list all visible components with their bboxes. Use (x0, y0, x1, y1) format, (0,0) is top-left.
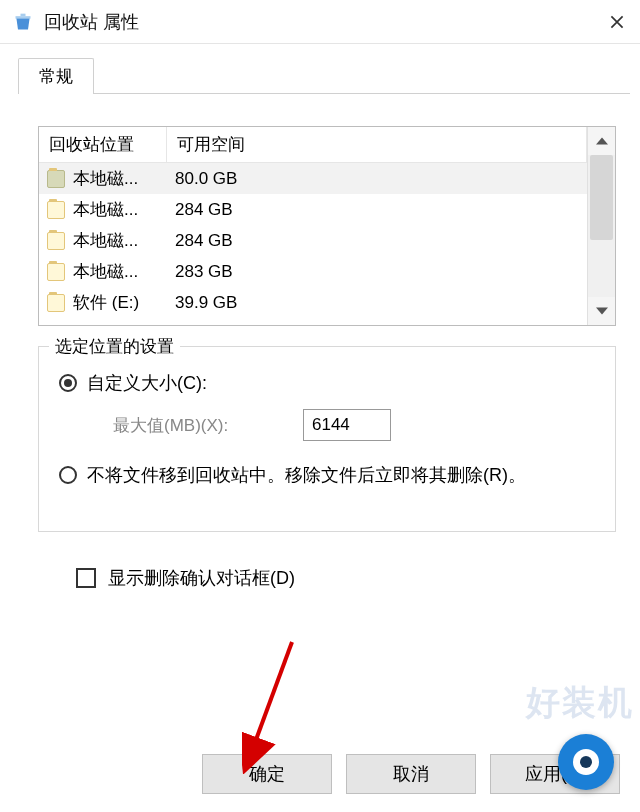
radio-no-recycle[interactable]: 不将文件移到回收站中。移除文件后立即将其删除(R)。 (59, 463, 597, 487)
folder-icon (47, 201, 65, 219)
tab-general[interactable]: 常规 (18, 58, 94, 94)
folder-icon (47, 232, 65, 250)
row-name: 本地磁... (73, 167, 173, 190)
close-button[interactable] (594, 0, 640, 44)
row-space: 284 GB (173, 200, 233, 220)
list-row[interactable]: 本地磁... 283 GB (39, 256, 587, 287)
annotation-arrow-icon (242, 634, 302, 774)
scroll-up-button[interactable] (588, 127, 615, 155)
watermark-text: 好装机 (526, 680, 634, 726)
list-row[interactable]: 软件 (E:) 39.9 GB (39, 287, 587, 318)
radio-nomove-label: 不将文件移到回收站中。移除文件后立即将其删除(R)。 (87, 463, 526, 487)
scroll-thumb[interactable] (590, 155, 613, 240)
max-size-input[interactable] (303, 409, 391, 441)
row-name: 软件 (E:) (73, 291, 173, 314)
window-title: 回收站 属性 (44, 10, 594, 34)
row-space: 284 GB (173, 231, 233, 251)
radio-custom-size[interactable]: 自定义大小(C): (59, 371, 597, 395)
folder-icon (47, 263, 65, 281)
watermark-logo-icon (558, 734, 614, 790)
row-name: 本地磁... (73, 198, 173, 221)
list-row[interactable]: 本地磁... 80.0 GB (39, 163, 587, 194)
drive-list-content: 回收站位置 可用空间 本地磁... 80.0 GB 本地磁... 284 GB … (39, 127, 587, 325)
row-space: 283 GB (173, 262, 233, 282)
scrollbar[interactable] (587, 127, 615, 325)
tabstrip: 常规 (18, 58, 640, 94)
tab-panel: 回收站位置 可用空间 本地磁... 80.0 GB 本地磁... 284 GB … (18, 94, 630, 602)
row-name: 本地磁... (73, 229, 173, 252)
confirm-delete-checkbox[interactable]: 显示删除确认对话框(D) (76, 566, 616, 590)
cancel-button[interactable]: 取消 (346, 754, 476, 794)
folder-icon (47, 294, 65, 312)
folder-icon (47, 170, 65, 188)
max-size-row: 最大值(MB)(X): (113, 409, 597, 441)
row-name: 本地磁... (73, 260, 173, 283)
radio-icon (59, 374, 77, 392)
row-space: 80.0 GB (173, 169, 237, 189)
ok-button[interactable]: 确定 (202, 754, 332, 794)
recycle-bin-icon (12, 11, 34, 33)
group-title: 选定位置的设置 (49, 335, 180, 358)
titlebar: 回收站 属性 (0, 0, 640, 44)
scroll-down-button[interactable] (588, 297, 615, 325)
radio-icon (59, 466, 77, 484)
confirm-label: 显示删除确认对话框(D) (108, 566, 295, 590)
svg-rect-0 (21, 13, 26, 15)
drive-list: 回收站位置 可用空间 本地磁... 80.0 GB 本地磁... 284 GB … (38, 126, 616, 326)
settings-group: 选定位置的设置 自定义大小(C): 最大值(MB)(X): 不将文件移到回收站中… (38, 346, 616, 532)
list-row[interactable]: 本地磁... 284 GB (39, 225, 587, 256)
header-location[interactable]: 回收站位置 (39, 127, 167, 162)
radio-custom-label: 自定义大小(C): (87, 371, 207, 395)
checkbox-icon (76, 568, 96, 588)
max-size-label: 最大值(MB)(X): (113, 414, 303, 437)
list-header: 回收站位置 可用空间 (39, 127, 587, 163)
list-row[interactable]: 本地磁... 284 GB (39, 194, 587, 225)
scroll-track[interactable] (588, 155, 615, 297)
row-space: 39.9 GB (173, 293, 237, 313)
header-space[interactable]: 可用空间 (167, 127, 587, 162)
